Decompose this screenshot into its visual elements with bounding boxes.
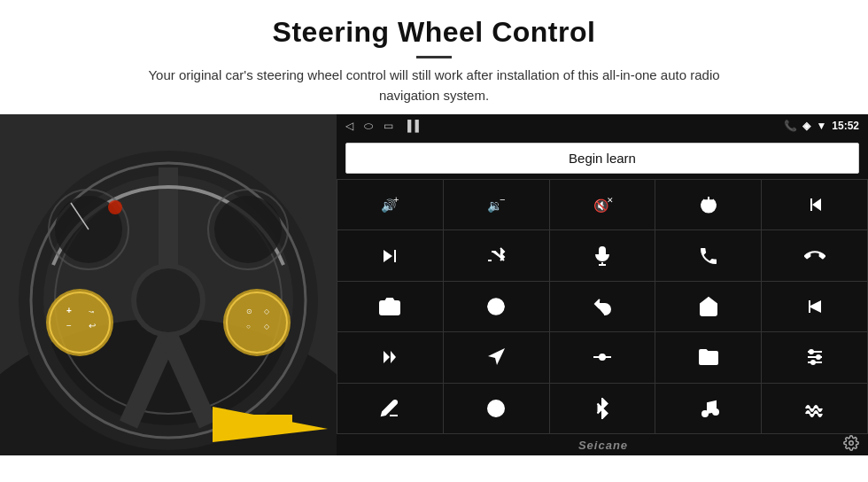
sliders-button[interactable] bbox=[762, 332, 867, 382]
svg-text:◇: ◇ bbox=[264, 323, 270, 330]
home-button[interactable] bbox=[655, 282, 761, 331]
svg-text:−: − bbox=[500, 194, 505, 205]
pen-button[interactable] bbox=[337, 384, 443, 433]
svg-text:360°: 360° bbox=[492, 304, 501, 309]
vol-down-button[interactable]: 🔉− bbox=[444, 180, 549, 229]
svg-point-27 bbox=[214, 196, 282, 263]
phone-answer-button[interactable] bbox=[655, 230, 761, 280]
camera-button[interactable] bbox=[337, 282, 443, 331]
status-right: 📞 ◈ ▼ 15:52 bbox=[784, 120, 859, 132]
svg-point-37 bbox=[386, 304, 393, 311]
svg-text:↝: ↝ bbox=[89, 308, 94, 315]
wave-button[interactable] bbox=[762, 384, 867, 433]
svg-text:↩: ↩ bbox=[89, 321, 96, 330]
svg-point-52 bbox=[493, 406, 499, 411]
svg-point-29 bbox=[108, 200, 122, 214]
prev-track-call-button[interactable] bbox=[762, 180, 867, 229]
phone-icon: 📞 bbox=[784, 120, 797, 132]
svg-text:−: − bbox=[66, 321, 72, 330]
svg-point-6 bbox=[136, 268, 200, 332]
begin-learn-button[interactable]: Begin learn bbox=[345, 143, 859, 174]
steering-wheel-image: + ↝ − ↩ ⊙ ◇ ○ ◇ bbox=[0, 114, 337, 455]
fast-forward-button[interactable] bbox=[337, 332, 443, 382]
svg-text:⊙: ⊙ bbox=[246, 307, 252, 315]
clock: 15:52 bbox=[832, 120, 859, 132]
header: Steering Wheel Control Your original car… bbox=[0, 0, 868, 114]
begin-learn-row: Begin learn bbox=[337, 137, 868, 179]
status-bar: ◁ ⬭ ▭ ▐▐ 📞 ◈ ▼ 15:52 bbox=[337, 114, 868, 137]
svg-point-16 bbox=[223, 289, 291, 356]
svg-text:+: + bbox=[393, 194, 399, 205]
status-nav-icons: ◁ ⬭ ▭ ▐▐ bbox=[345, 120, 419, 132]
circle-button[interactable] bbox=[444, 384, 549, 433]
skip-back-button[interactable] bbox=[762, 282, 867, 331]
recent-nav-icon[interactable]: ▭ bbox=[384, 120, 393, 132]
shuffle-button[interactable] bbox=[444, 230, 549, 280]
wifi-icon: ▼ bbox=[816, 120, 826, 132]
vol-mute-button[interactable]: 🔇✕ bbox=[550, 180, 655, 229]
navigate-button[interactable] bbox=[444, 332, 549, 382]
svg-text:✕: ✕ bbox=[607, 196, 613, 205]
svg-text:○: ○ bbox=[246, 323, 251, 330]
music-settings-button[interactable] bbox=[655, 384, 761, 433]
location-icon: ◈ bbox=[802, 120, 810, 132]
svg-point-10 bbox=[46, 289, 113, 356]
folder-button[interactable] bbox=[655, 332, 761, 382]
svg-point-50 bbox=[811, 361, 815, 364]
svg-text:+: + bbox=[66, 306, 72, 315]
headunit-panel: ◁ ⬭ ▭ ▐▐ 📞 ◈ ▼ 15:52 Begin learn 🔊+ 🔉− bbox=[337, 114, 868, 455]
back-button[interactable] bbox=[550, 282, 655, 331]
seicane-logo: Seicane bbox=[363, 439, 843, 452]
360-view-button[interactable]: 360° bbox=[444, 282, 549, 331]
next-button[interactable] bbox=[337, 230, 443, 280]
mic-button[interactable] bbox=[550, 230, 655, 280]
svg-point-49 bbox=[817, 355, 820, 359]
content-area: + ↝ − ↩ ⊙ ◇ ○ ◇ bbox=[0, 114, 868, 455]
header-description: Your original car's steering wheel contr… bbox=[124, 66, 744, 105]
bluetooth-button[interactable] bbox=[550, 384, 655, 433]
power-button[interactable] bbox=[655, 180, 761, 229]
svg-point-55 bbox=[849, 441, 854, 446]
equalizer-button[interactable] bbox=[550, 332, 655, 382]
svg-rect-42 bbox=[809, 300, 810, 313]
controls-grid: 🔊+ 🔉− 🔇✕ bbox=[337, 179, 868, 434]
vol-up-button[interactable]: 🔊+ bbox=[337, 180, 443, 229]
home-nav-icon[interactable]: ⬭ bbox=[364, 120, 373, 132]
svg-point-54 bbox=[713, 409, 718, 415]
settings-gear-button[interactable] bbox=[843, 435, 859, 455]
phone-end-button[interactable] bbox=[762, 230, 867, 280]
svg-marker-43 bbox=[488, 348, 505, 365]
signal-icon: ▐▐ bbox=[404, 120, 419, 132]
svg-point-44 bbox=[600, 354, 605, 360]
svg-point-48 bbox=[810, 350, 813, 354]
bottom-bar: Seicane bbox=[337, 434, 868, 455]
back-nav-icon[interactable]: ◁ bbox=[345, 120, 353, 132]
page-title: Steering Wheel Control bbox=[53, 16, 815, 49]
svg-text:◇: ◇ bbox=[264, 307, 270, 315]
svg-rect-23 bbox=[213, 415, 292, 430]
title-divider bbox=[416, 56, 452, 58]
